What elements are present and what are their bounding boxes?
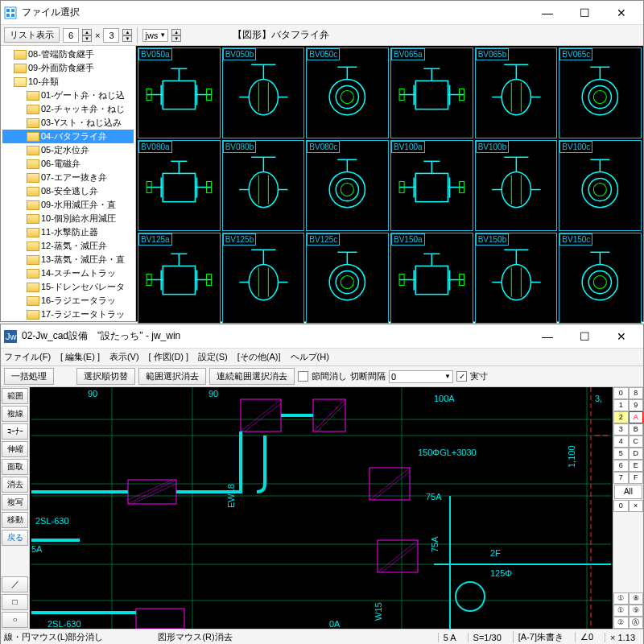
minimize-button[interactable]: ― [529,2,566,24]
tree-item[interactable]: 13-蒸気・減圧弁・直 [2,253,134,266]
thumbnail-BV080a[interactable]: BV080a [138,140,221,231]
menu-edit[interactable]: [ 編集(E) ] [60,351,100,363]
thumbnail-BV100a[interactable]: BV100a [390,140,473,231]
layer-btn[interactable]: A [629,411,644,423]
side-move[interactable]: 移動 [2,512,28,528]
status-angle[interactable]: ∠0 [575,632,598,642]
thumbnail-BV100b[interactable]: BV100b [475,140,558,231]
menu-draw[interactable]: [ 作図(D) ] [149,351,189,363]
group-btn[interactable]: ⑨ [629,605,644,617]
tree-item[interactable]: 16-ラジエータラッ [2,294,134,308]
layer-btn[interactable]: 6 [613,460,629,472]
grid-cols-input[interactable] [63,28,79,43]
jissun-checkbox[interactable]: ✓ [456,371,467,382]
tree-item[interactable]: 08-安全逃し弁 [2,184,134,198]
tree-item-selected[interactable]: 04-バタフライ弁 [2,130,134,143]
thumbnail-BV080b[interactable]: BV080b [222,140,305,231]
side-copy[interactable]: 複写 [2,494,28,510]
minimize-button[interactable]: ― [529,325,566,348]
menu-settings[interactable]: 設定(S) [198,351,228,363]
group-btn[interactable]: Ⓐ [629,617,644,629]
tree-item[interactable]: 15-ドレンセパレータ [2,280,134,294]
close-button[interactable]: ✕ [603,2,640,24]
tree-item[interactable]: 10-個別給水用減圧 [2,212,134,225]
thumbnail-BV080c[interactable]: BV080c [306,140,389,231]
filetype-combo[interactable]: jws▼ [142,29,168,42]
layer-btn[interactable]: 0 [613,387,629,399]
menu-file[interactable]: ファイル(F) [4,351,51,363]
tree-item[interactable]: 05-定水位弁 [2,143,134,157]
thumbnail-BV125b[interactable]: BV125b [222,233,305,324]
layer-all-button[interactable]: All [614,485,642,499]
spinner-1[interactable]: ▲▼ [82,29,92,42]
tree-item[interactable]: 06-電磁弁 [2,157,134,171]
thumbnail-BV150b[interactable]: BV150b [475,233,558,324]
maximize-button[interactable]: ☐ [566,325,603,348]
tree-item[interactable]: 01-ゲート弁・ねじ込 [2,89,134,102]
side-back[interactable]: 戻る [2,530,28,546]
layer-btn[interactable]: E [629,460,644,472]
tree-item[interactable]: 17-ラジエータトラッ [2,308,134,321]
tree-item[interactable]: 03-Yスト・ねじ込み [2,116,134,130]
segment-erase-checkbox[interactable] [298,371,308,382]
drawing-canvas[interactable]: 90 90 100A 150ΦGL+3030 75A 2F 125Φ 2SL-6… [30,387,613,629]
layer-btn[interactable]: 2 [613,411,629,423]
thumbnail-BV150c[interactable]: BV150c [559,233,642,324]
menu-other[interactable]: [その他(A)] [237,351,281,363]
continuous-range-delete-button[interactable]: 連続範囲選択消去 [209,368,295,385]
group-btn[interactable]: ① [613,605,629,617]
spinner-3[interactable]: ▲▼ [171,29,181,42]
layer-zero[interactable]: 0 [613,500,629,512]
spinner-2[interactable]: ▲▼ [122,29,132,42]
thumbnail-BV100c[interactable]: BV100c [559,140,642,231]
layer-x[interactable]: × [629,500,644,512]
tree-item[interactable]: 12-蒸気・減圧弁 [2,239,134,253]
side-range[interactable]: 範囲 [2,388,28,404]
thumbnail-BV150a[interactable]: BV150a [390,233,473,324]
group-btn[interactable]: ⑧ [629,592,644,605]
maximize-button[interactable]: ☐ [566,2,603,24]
layer-btn[interactable]: 8 [629,387,644,399]
menu-help[interactable]: ヘルプ(H) [291,351,329,363]
tree-item[interactable]: 09-水用減圧弁・直 [2,198,134,212]
grid-rows-input[interactable] [103,28,119,43]
thumbnail-BV065b[interactable]: BV065b [475,47,558,138]
tree-item[interactable]: 14-スチームトラッ [2,266,134,280]
tree-folder[interactable]: 09-外面防食継手 [2,61,134,75]
folder-tree[interactable]: 08-管端防食継手 09-外面防食継手 10-弁類 01-ゲート弁・ねじ込 02… [1,46,136,321]
thumbnail-BV125a[interactable]: BV125a [138,233,221,324]
thumbnail-BV125c[interactable]: BV125c [306,233,389,324]
side-parallel[interactable]: 複線 [2,406,28,422]
side-rect[interactable]: □ [2,594,28,610]
side-circle[interactable]: ○ [2,612,28,628]
batch-button[interactable]: 一括処理 [4,368,54,385]
layer-btn[interactable]: 7 [613,472,629,484]
tree-folder[interactable]: 10-弁類 [2,75,134,89]
thumbnail-BV050b[interactable]: BV050b [222,47,305,138]
tree-item[interactable]: 07-エアー抜き弁 [2,171,134,184]
status-scale[interactable]: S=1/30 [468,633,506,642]
layer-btn[interactable]: B [629,423,644,436]
layer-btn[interactable]: 4 [613,436,629,448]
menu-view[interactable]: 表示(V) [109,351,139,363]
close-button[interactable]: ✕ [603,325,640,348]
select-order-button[interactable]: 選択順切替 [76,368,135,385]
range-delete-button[interactable]: 範囲選択消去 [138,368,206,385]
layer-btn[interactable]: 3 [613,423,629,436]
side-line[interactable]: ／ [2,576,28,592]
side-corner[interactable]: ｺｰﾅｰ [2,423,28,440]
group-btn[interactable]: ② [613,617,629,629]
cut-gap-combo[interactable]: 0▼ [389,370,453,383]
thumbnail-BV050c[interactable]: BV050c [306,47,389,138]
layer-btn[interactable]: 1 [613,399,629,411]
layer-btn[interactable]: F [629,472,644,484]
layer-btn[interactable]: 9 [629,399,644,411]
tree-folder[interactable]: 08-管端防食継手 [2,47,134,61]
layer-btn[interactable]: D [629,448,644,460]
thumbnail-BV065c[interactable]: BV065c [559,47,642,138]
list-display-button[interactable]: リスト表示 [4,27,60,43]
status-zoom[interactable]: × 1.13 [605,633,640,642]
thumbnail-BV050a[interactable]: BV050a [138,47,221,138]
layer-btn[interactable]: 5 [613,448,629,460]
side-chamfer[interactable]: 面取 [2,459,28,475]
